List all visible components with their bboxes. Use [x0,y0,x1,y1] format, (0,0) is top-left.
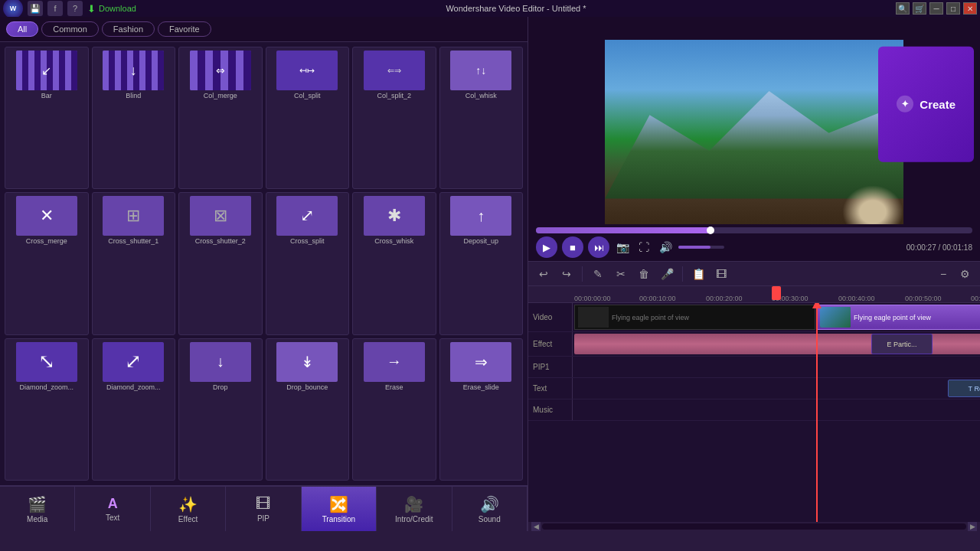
undo-button[interactable]: ↩ [534,265,553,283]
nav-tab-pip[interactable]: 🎞 PIP [226,487,301,531]
nav-tab-intro[interactable]: 🎥 Intro/Credit [377,487,452,531]
transition-item-drop[interactable]: Drop [178,338,263,481]
transition-thumb-crosswhisk [364,196,425,236]
transition-item-erase[interactable]: Erase [352,338,436,481]
transition-item-blind[interactable]: Blind [92,47,176,189]
transition-item-colwhisk[interactable]: Col_whisk [439,47,524,189]
effect-clip-particle[interactable]: E Partic... [871,334,933,354]
delete-button[interactable]: 🗑 [635,265,653,283]
ruler-mark-4: 00:00:40:00 [838,295,875,302]
maximize-button[interactable]: □ [946,2,960,15]
nav-tab-transition[interactable]: 🔀 Transition [302,487,377,531]
transition-item-diamondzoom2[interactable]: Diamond_zoom... [92,338,176,481]
video-clip-main[interactable]: Flying eagle point of view [816,305,980,330]
transitions-apply-button[interactable]: 🎞 [712,265,730,283]
filter-tab-fashion[interactable]: Fashion [102,21,155,37]
nav-tab-effect[interactable]: ✨ Effect [151,487,226,531]
ruler-mark-1: 00:00:10:00 [639,295,676,302]
video-thumb-dark [578,307,609,328]
transition-thumb-blind [103,51,164,90]
transition-item-colsplit[interactable]: Col_split [266,47,350,189]
timeline-row-effect: Effect E Partic... [528,332,980,357]
transition-item-crossshutter1[interactable]: Cross_shutter_1 [92,192,176,334]
zoom-out-button[interactable]: − [934,265,952,283]
zoom-in-button[interactable]: ⚙ [956,265,974,283]
nav-tabs: 🎬 Media A Text ✨ Effect 🎞 PIP 🔀 Transiti… [0,485,528,531]
transition-item-dropbounce[interactable]: Drop_bounce [266,338,350,481]
play-button[interactable]: ▶ [536,236,557,258]
transition-item-eraseslide[interactable]: Erase_slide [439,338,524,481]
create-button[interactable]: ✦ Create [878,46,974,162]
video-clip-dark-label: Flying eagle point of view [609,314,689,321]
step-forward-button[interactable]: ⏭ [588,236,609,258]
clip-settings-button[interactable]: 📋 [689,265,707,283]
transition-item-crosswhisk[interactable]: Cross_whisk [352,192,436,334]
ruler-mark-2: 00:00:20:00 [706,295,743,302]
filter-tab-all[interactable]: All [6,21,38,37]
transition-label-diamondzoom2: Diamond_zoom... [94,383,174,391]
transition-thumb-crosssplit [276,196,338,236]
text-clip-label: T Rotat... [969,385,980,393]
facebook-icon[interactable]: f [47,1,63,16]
timeline-toolbar: ↩ ↪ ✎ ✂ 🗑 🎤 📋 🎞 − ⚙ [528,262,980,286]
hscroll-track[interactable] [542,523,966,530]
transition-item-bar[interactable]: Bar [5,47,89,189]
transition-label-eraseslide: Erase_slide [442,383,521,391]
download-arrow-icon: ⬇ [87,3,96,15]
transition-icon: 🔀 [329,495,348,514]
text-clip-rotate[interactable]: T Rotat... [948,380,980,397]
edit-button[interactable]: ✎ [589,265,607,283]
search-icon[interactable]: 🔍 [896,2,910,15]
cart-icon[interactable]: 🛒 [913,2,926,15]
close-button[interactable]: ✕ [963,2,977,15]
save-icon[interactable]: 💾 [28,1,43,16]
timeline-row-pip1: PIP1 [528,357,980,378]
transition-label-colsplit2: Col_split_2 [354,92,434,99]
transition-label-colmerge: Col_merge [181,92,260,99]
download-button[interactable]: ⬇ Download [87,3,136,15]
transition-thumb-diamondzoom1 [16,342,77,382]
video-clip-dark[interactable]: Flying eagle point of view [574,305,815,330]
sound-icon: 🔊 [480,495,499,514]
transition-label-drop: Drop [181,383,260,391]
volume-bar[interactable] [678,246,724,249]
fullscreen-button[interactable]: ⛶ [635,239,652,256]
transition-item-diamondzoom1[interactable]: Diamond_zoom... [5,338,89,481]
filter-tab-favorite[interactable]: Favorite [158,21,211,37]
transition-item-crossmerge[interactable]: Cross_merge [5,192,89,334]
record-button[interactable]: 🎤 [658,265,676,283]
transition-item-colmerge[interactable]: Col_merge [178,47,263,189]
nav-tab-media[interactable]: 🎬 Media [0,487,75,531]
nav-tab-text[interactable]: A Text [75,487,150,531]
filter-tab-common[interactable]: Common [41,21,99,37]
minimize-button[interactable]: ─ [929,2,943,15]
transition-thumb-crossmerge [16,196,77,236]
transition-item-depositup[interactable]: Deposit_up [439,192,524,334]
scroll-right-button[interactable]: ▶ [968,522,977,531]
nav-tab-sound[interactable]: 🔊 Sound [452,487,528,531]
volume-button[interactable]: 🔊 [657,239,674,256]
transition-label-depositup: Deposit_up [442,237,521,245]
stop-button[interactable]: ■ [562,236,583,258]
cut-button[interactable]: ✂ [612,265,630,283]
progress-bar[interactable] [536,227,972,233]
snapshot-button[interactable]: 📷 [614,239,631,256]
pip1-row-label: PIP1 [528,357,573,377]
ruler-mark-0: 00:00:00:00 [574,295,611,302]
help-icon[interactable]: ? [67,1,83,16]
nav-label-text: Text [106,514,119,522]
left-panel: All Common Fashion Favorite Bar Blind Co… [0,17,528,531]
controls-row: ▶ ■ ⏭ 📷 ⛶ 🔊 00:00:27 / 00:01:18 [536,236,972,258]
transition-item-crosssplit[interactable]: Cross_split [266,192,350,334]
progress-thumb[interactable] [707,227,714,234]
transition-label-dropbounce: Drop_bounce [268,383,348,391]
timeline-content: Video Flying eagle point of view [528,303,980,522]
transition-thumb-depositup [450,196,511,236]
transition-label-diamondzoom1: Diamond_zoom... [7,383,87,391]
scroll-left-button[interactable]: ◀ [531,522,541,531]
transition-item-colsplit2[interactable]: Col_split_2 [352,47,436,189]
redo-button[interactable]: ↪ [557,265,576,283]
transition-label-crosssplit: Cross_split [268,237,348,245]
timeline-hscroll: ◀ ▶ [528,522,980,531]
transition-item-crossshutter2[interactable]: Cross_shutter_2 [178,192,263,334]
